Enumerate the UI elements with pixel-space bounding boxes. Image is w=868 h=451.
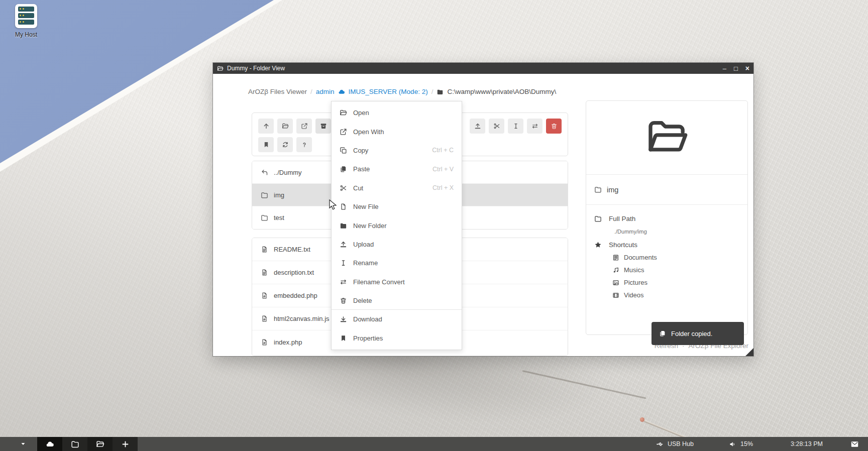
context-menu: Open Open With Copy Ctrl + C Paste Ctrl … <box>331 101 462 350</box>
rename-button[interactable] <box>508 119 523 134</box>
selected-item-row[interactable]: img <box>586 175 747 205</box>
upload-icon <box>474 123 481 130</box>
menu-item-new-folder[interactable]: New Folder <box>332 216 462 235</box>
folder-icon <box>594 186 602 193</box>
menu-item-rename[interactable]: Rename <box>332 254 462 272</box>
bookmark-icon <box>263 141 270 148</box>
question-icon <box>301 141 308 148</box>
menu-item-filename-convert[interactable]: Filename Convert <box>332 273 462 291</box>
folder-open-icon <box>340 109 347 117</box>
help-button[interactable] <box>296 137 312 152</box>
volume-level: 15% <box>740 440 753 447</box>
open-with-button[interactable] <box>296 119 312 134</box>
shortcuts-header: Shortcuts <box>586 238 747 251</box>
cut-button[interactable] <box>489 119 504 134</box>
delete-button[interactable] <box>546 119 562 134</box>
menu-item-delete[interactable]: Delete <box>332 291 462 310</box>
menu-item-copy[interactable]: Copy Ctrl + C <box>332 141 462 160</box>
menu-item-new-file[interactable]: New File <box>332 197 462 216</box>
maximize-button[interactable]: □ <box>734 65 738 72</box>
folder-open-icon <box>96 440 104 448</box>
shortcut-documents[interactable]: Documents <box>586 251 747 264</box>
folder-icon <box>261 214 268 221</box>
properties-button[interactable] <box>258 137 274 152</box>
preview-area <box>586 101 747 175</box>
file-code-icon <box>261 292 268 299</box>
file-code-icon <box>261 315 268 322</box>
menu-item-properties[interactable]: Properties <box>332 329 462 348</box>
chevron-down-icon[interactable] <box>20 441 26 447</box>
server-icon <box>15 4 37 28</box>
window-resize-handle[interactable] <box>745 348 753 356</box>
paste-icon <box>659 330 666 337</box>
file-code-icon <box>261 339 268 346</box>
cloud-icon <box>46 440 54 448</box>
close-button[interactable]: × <box>745 65 749 72</box>
usb-label: USB Hub <box>668 440 694 447</box>
file-text-icon <box>261 246 268 253</box>
folder-filled-icon <box>340 222 347 230</box>
folder-filled-icon <box>437 88 444 95</box>
shortcut-pictures[interactable]: Pictures <box>586 276 747 289</box>
tray-usb[interactable]: USB Hub <box>656 440 694 448</box>
copy-icon <box>340 147 347 154</box>
clock-text: 3:28:13 PM <box>791 440 823 447</box>
trash-icon <box>551 123 558 130</box>
tray-volume[interactable]: 15% <box>729 440 753 448</box>
breadcrumb-app: ArOZβ Files Viewer <box>248 88 307 95</box>
refresh-button[interactable] <box>277 137 293 152</box>
menu-item-download[interactable]: Download <box>332 310 462 328</box>
star-icon <box>594 241 602 249</box>
menu-item-open[interactable]: Open <box>332 103 462 122</box>
tray-mail[interactable] <box>850 440 859 448</box>
swap-icon <box>531 123 538 130</box>
cloud-icon <box>338 88 345 95</box>
taskbar-app-folder-open[interactable] <box>87 437 113 451</box>
envelope-icon <box>850 440 859 448</box>
taskbar: USB Hub 15% 3:28:13 PM <box>0 437 868 451</box>
external-link-icon <box>340 128 347 136</box>
open-button[interactable] <box>277 119 293 134</box>
breadcrumb-server-link[interactable]: IMUS_SERVER (Mode: 2) <box>349 88 428 95</box>
shortcut-musics[interactable]: Musics <box>586 264 747 276</box>
toast-notification: Folder copied. <box>652 322 744 345</box>
ibeam-icon <box>512 123 519 130</box>
desktop: My Host Dummy - Folder View – □ × ArOZβ … <box>0 0 868 451</box>
selected-item-name: img <box>607 186 618 194</box>
parent-folder-label: ../Dummy <box>274 169 302 176</box>
refresh-icon <box>282 141 289 148</box>
go-up-button[interactable] <box>258 119 274 134</box>
full-path-header: Full Path <box>586 212 747 225</box>
window-titlebar[interactable]: Dummy - Folder View – □ × <box>213 63 753 74</box>
desktop-icon-my-host[interactable]: My Host <box>7 4 45 38</box>
desktop-icon-label: My Host <box>7 31 45 38</box>
file-text-icon <box>261 269 268 276</box>
menu-item-cut[interactable]: Cut Ctrl + X <box>332 179 462 197</box>
window-title: Dummy - Folder View <box>227 65 285 72</box>
taskbar-app-folder[interactable] <box>62 437 87 451</box>
folder-icon <box>71 440 79 448</box>
menu-item-open-with[interactable]: Open With <box>332 122 462 141</box>
menu-item-paste[interactable]: Paste Ctrl + V <box>332 160 462 178</box>
filename-convert-button[interactable] <box>527 119 542 134</box>
taskbar-app-add[interactable] <box>113 437 138 451</box>
taskbar-app-cloud[interactable] <box>37 437 62 451</box>
folder-open-icon <box>645 116 689 160</box>
minimize-button[interactable]: – <box>723 65 726 72</box>
toast-message: Folder copied. <box>671 330 712 337</box>
trash-icon <box>340 297 347 304</box>
upload-button[interactable] <box>470 119 485 134</box>
menu-item-upload[interactable]: Upload <box>332 235 462 254</box>
shortcut-videos[interactable]: Videos <box>586 289 747 301</box>
speaker-icon <box>729 440 736 448</box>
usb-icon <box>656 440 664 448</box>
picture-icon <box>612 279 619 286</box>
file-row-partial <box>252 354 568 356</box>
scissors-icon <box>493 123 500 130</box>
side-panel: img Full Path ./Dummy/img Shortcuts Docu… <box>586 100 748 335</box>
archive-button[interactable] <box>315 119 331 134</box>
folder-icon <box>594 215 602 222</box>
paste-icon <box>340 165 347 173</box>
folder-open-icon <box>282 123 289 130</box>
breadcrumb-user-link[interactable]: admin <box>316 88 335 95</box>
